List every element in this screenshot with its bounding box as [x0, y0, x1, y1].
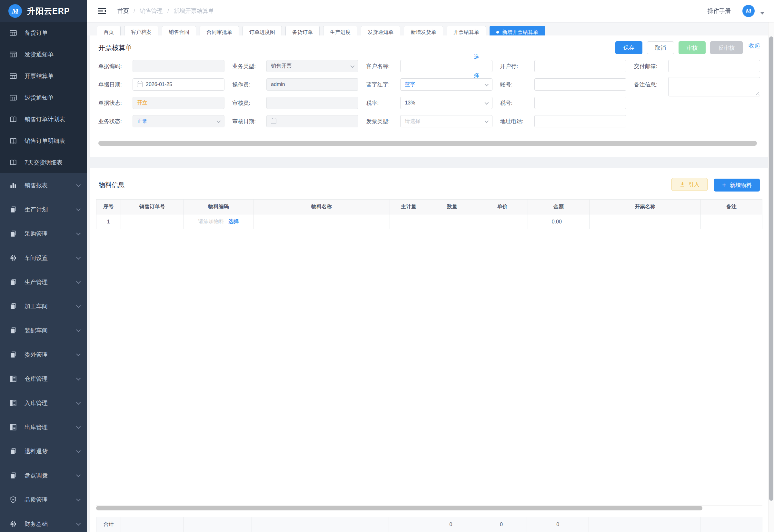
sidebar-item-发货通知单[interactable]: 发货通知单 — [0, 44, 87, 65]
breadcrumb: 首页/销售管理/新增开票结算单 — [117, 7, 214, 15]
cell-material-code[interactable]: 请添加物料 选择 — [184, 214, 253, 229]
breadcrumb-item[interactable]: 首页 — [117, 7, 129, 15]
form-grid: 单据编码: 业务类型: 销售开票 客户名称: 选 择 — [98, 60, 760, 127]
doc-code-input[interactable] — [133, 60, 224, 72]
sidebar-item-开票结算单[interactable]: 开票结算单 — [0, 65, 87, 87]
customer-pick-link[interactable]: 选 — [474, 54, 479, 59]
tab-客户档案[interactable]: 客户档案 — [124, 26, 158, 35]
addr-phone-input[interactable] — [534, 115, 626, 127]
cell-qty[interactable] — [427, 214, 477, 229]
sidebar-item-委外管理[interactable]: 委外管理 — [0, 342, 87, 367]
user-avatar[interactable]: M — [742, 5, 755, 17]
biz-status-select[interactable]: 正常 — [133, 115, 224, 127]
chevron-down-icon — [76, 424, 81, 429]
auditor-input[interactable] — [266, 97, 358, 109]
sidebar-item-label: 财务基础 — [25, 520, 76, 528]
unaudit-button[interactable]: 反审核 — [710, 41, 743, 54]
vertical-scrollbar-thumb[interactable] — [769, 36, 773, 501]
biz-status-label: 业务状态: — [98, 118, 133, 125]
sidebar-item-装配车间[interactable]: 装配车间 — [0, 318, 87, 342]
sidebar-item-备货订单[interactable]: 备货订单 — [0, 22, 87, 44]
table-horizontal-scrollbar-thumb[interactable] — [96, 506, 702, 510]
cell-price[interactable] — [477, 214, 528, 229]
import-button[interactable]: 引入 — [671, 178, 708, 191]
cell-material-name[interactable] — [253, 214, 390, 229]
tab-首页[interactable]: 首页 — [97, 26, 121, 35]
chevron-down-icon — [76, 521, 81, 525]
sidebar-item-生产管理[interactable]: 生产管理 — [0, 270, 87, 294]
tab-订单进度图[interactable]: 订单进度图 — [243, 26, 282, 35]
biz-type-select[interactable]: 销售开票 — [266, 60, 358, 72]
tab-销售合同[interactable]: 销售合同 — [162, 26, 196, 35]
cancel-button[interactable]: 取消 — [647, 41, 674, 54]
tab-新增发货单[interactable]: 新增发货单 — [404, 26, 443, 35]
cell-invoice-name[interactable] — [590, 214, 701, 229]
customer-input[interactable]: 选 择 — [400, 60, 492, 72]
doc-date-label: 单据日期: — [98, 81, 133, 88]
material-select-link[interactable]: 选择 — [229, 218, 239, 225]
main-area: 首页/销售管理/新增开票结算单 操作手册 M 首页客户档案销售合同合同审批单订单… — [87, 0, 774, 532]
save-button[interactable]: 保存 — [615, 41, 642, 54]
doc-date-input[interactable]: 2026-01-25 — [133, 78, 224, 91]
tab-合同审批单[interactable]: 合同审批单 — [200, 26, 239, 35]
sidebar-item-销售订单计划表[interactable]: 销售订单计划表 — [0, 108, 87, 130]
sidebar-item-加工车间[interactable]: 加工车间 — [0, 294, 87, 318]
sidebar-item-仓库管理[interactable]: 仓库管理 — [0, 367, 87, 391]
cabinet-icon — [9, 423, 17, 431]
horizontal-scrollbar-thumb[interactable] — [98, 141, 757, 146]
sidebar-item-销售报表[interactable]: 销售报表 — [0, 173, 87, 197]
sidebar-item-盘点调拨[interactable]: 盘点调拨 — [0, 463, 87, 488]
tab-开票结算单[interactable]: 开票结算单 — [447, 26, 486, 35]
docs-icon — [9, 278, 17, 286]
tab-新增开票结算单[interactable]: 新增开票结算单 — [490, 26, 545, 35]
cell-unit[interactable] — [390, 214, 427, 229]
cell-sales-order[interactable] — [121, 214, 184, 229]
tax-no-input[interactable] — [534, 97, 626, 109]
resize-grip-icon[interactable] — [755, 92, 759, 95]
field-biz-status: 业务状态: 正常 — [98, 115, 224, 127]
audit-date-input[interactable] — [266, 115, 358, 127]
summary-cell — [700, 517, 762, 532]
doc-status-input[interactable]: 开立 — [133, 97, 224, 109]
tab-发货通知单[interactable]: 发货通知单 — [361, 26, 400, 35]
sidebar-item-品质管理[interactable]: 品质管理 — [0, 488, 87, 512]
field-account: 账号: — [500, 78, 626, 91]
audit-button[interactable]: 审核 — [679, 41, 706, 54]
account-input[interactable] — [534, 78, 626, 91]
breadcrumb-item[interactable]: 销售管理 — [140, 7, 163, 15]
collapse-link[interactable]: 收起 — [749, 41, 760, 50]
sidebar-item-财务基础[interactable]: 财务基础 — [0, 512, 87, 532]
invoice-type-select[interactable]: 请选择 — [400, 115, 492, 127]
sidebar-item-退料退货[interactable]: 退料退货 — [0, 439, 87, 463]
sidebar-item-销售订单明细表[interactable]: 销售订单明细表 — [0, 130, 87, 152]
sidebar-item-退货通知单[interactable]: 退货通知单 — [0, 87, 87, 108]
bank-input[interactable] — [534, 60, 626, 72]
column-header-金额: 金额 — [528, 200, 590, 214]
tab-生产进度[interactable]: 生产进度 — [323, 26, 357, 35]
tab-备货订单[interactable]: 备货订单 — [285, 26, 320, 35]
summary-cell — [121, 517, 184, 532]
sidebar-item-出库管理[interactable]: 出库管理 — [0, 415, 87, 439]
table-header-row: 序号销售订单号物料编码物料名称主计量数量单价金额开票名称备注 — [96, 200, 762, 214]
sidebar-item-车间设置[interactable]: 车间设置 — [0, 246, 87, 270]
add-material-button[interactable]: + 新增物料 — [714, 179, 760, 192]
column-header-主计量: 主计量 — [390, 200, 427, 214]
user-menu-caret-icon[interactable] — [760, 12, 764, 15]
remark-textarea[interactable] — [668, 77, 760, 96]
chevron-down-icon — [76, 400, 81, 404]
sidebar-item-7天交货明细表[interactable]: 7天交货明细表 — [0, 152, 87, 173]
email-input[interactable] — [668, 60, 760, 72]
tax-rate-select[interactable]: 13% — [400, 97, 492, 109]
sidebar-item-label: 发货通知单 — [25, 51, 79, 58]
sidebar-item-入库管理[interactable]: 入库管理 — [0, 391, 87, 415]
app-logo[interactable]: M 升阳云ERP — [0, 0, 87, 22]
sidebar-item-采购管理[interactable]: 采购管理 — [0, 222, 87, 246]
menu-collapse-icon[interactable] — [97, 7, 106, 15]
operator-input[interactable]: admin — [266, 78, 358, 91]
blue-red-select[interactable]: 蓝字 — [400, 78, 492, 91]
manual-link[interactable]: 操作手册 — [708, 7, 731, 15]
cell-remark[interactable] — [701, 214, 762, 229]
cell-amount[interactable]: 0.00 — [528, 214, 590, 229]
sidebar-item-生产计划[interactable]: 生产计划 — [0, 197, 87, 222]
customer-pick-link[interactable]: 择 — [474, 73, 479, 78]
